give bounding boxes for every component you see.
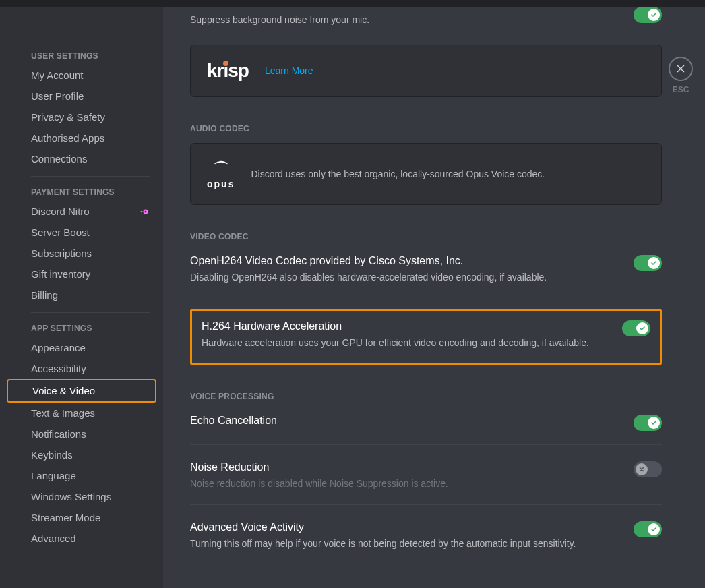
sidebar-item-subscriptions[interactable]: Subscriptions — [7, 243, 156, 264]
noise-reduction-toggle[interactable] — [634, 461, 662, 477]
sidebar-item-user-profile[interactable]: User Profile — [7, 86, 156, 107]
sidebar-item-my-account[interactable]: My Account — [7, 65, 156, 86]
krisp-logo: krisp — [207, 60, 249, 82]
ava-toggle[interactable] — [634, 521, 662, 537]
ava-title: Advanced Voice Activity — [190, 521, 576, 533]
divider — [190, 504, 662, 505]
toggle-knob — [636, 322, 648, 334]
sidebar-item-notifications[interactable]: Notifications — [7, 423, 156, 444]
divider — [190, 444, 662, 445]
sidebar-header-app-settings: APP SETTINGS — [7, 320, 156, 337]
title-bar — [0, 0, 705, 7]
sidebar-item-windows-settings[interactable]: Windows Settings — [7, 486, 156, 507]
noise-reduction-title: Noise Reduction — [190, 461, 448, 473]
divider — [190, 564, 662, 564]
sidebar-item-streamer-mode[interactable]: Streamer Mode — [7, 507, 156, 528]
close-icon — [675, 63, 686, 74]
divider — [31, 176, 150, 177]
settings-sidebar: USER SETTINGS My Account User Profile Pr… — [0, 7, 163, 588]
noise-suppression-row: Suppress background noise from your mic. — [190, 7, 662, 32]
opus-logo: ⌒ opus — [207, 158, 235, 189]
echo-toggle[interactable] — [634, 415, 662, 431]
toggle-knob — [636, 463, 648, 475]
toggle-knob — [648, 257, 660, 269]
openh264-desc: Disabling OpenH264 also disables hardwar… — [190, 271, 547, 285]
sidebar-item-gift-inventory[interactable]: Gift inventory — [7, 264, 156, 285]
ava-desc: Turning this off may help if your voice … — [190, 537, 576, 551]
close-button[interactable] — [669, 57, 693, 81]
sidebar-item-voice-video[interactable]: Voice & Video — [7, 379, 156, 403]
sidebar-item-server-boost[interactable]: Server Boost — [7, 222, 156, 243]
noise-reduction-setting: Noise Reduction Noise reduction is disab… — [190, 457, 662, 503]
audio-codec-header: AUDIO CODEC — [190, 124, 662, 134]
sidebar-item-language[interactable]: Language — [7, 465, 156, 486]
sidebar-item-privacy-safety[interactable]: Privacy & Safety — [7, 107, 156, 127]
openh264-toggle[interactable] — [634, 255, 662, 271]
krisp-learn-more-link[interactable]: Learn More — [265, 65, 313, 76]
sidebar-header-payment-settings: PAYMENT SETTINGS — [7, 183, 156, 201]
toggle-knob — [648, 523, 660, 535]
openh264-title: OpenH264 Video Codec provided by Cisco S… — [190, 255, 547, 267]
video-codec-header: VIDEO CODEC — [190, 232, 662, 241]
settings-content: Suppress background noise from your mic.… — [163, 7, 705, 588]
sidebar-item-keybinds[interactable]: Keybinds — [7, 444, 156, 465]
krisp-card: krisp Learn More — [190, 45, 662, 97]
sidebar-item-billing[interactable]: Billing — [7, 285, 156, 305]
sidebar-item-accessibility[interactable]: Accessibility — [7, 358, 156, 379]
toggle-knob — [648, 9, 660, 21]
esc-label: ESC — [673, 85, 689, 94]
nitro-icon — [139, 206, 150, 217]
noise-reduction-desc: Noise reduction is disabled while Noise … — [190, 477, 448, 491]
sidebar-item-connections[interactable]: Connections — [7, 148, 156, 169]
sidebar-item-discord-nitro[interactable]: Discord Nitro — [7, 201, 156, 222]
echo-cancellation-setting: Echo Cancellation — [190, 411, 662, 443]
hwaccel-title: H.264 Hardware Acceleration — [202, 320, 589, 332]
svg-rect-2 — [141, 211, 143, 212]
hwaccel-desc: Hardware acceleration uses your GPU for … — [202, 336, 589, 350]
hwaccel-toggle[interactable] — [622, 320, 650, 336]
openh264-setting: OpenH264 Video Codec provided by Cisco S… — [190, 251, 662, 297]
sidebar-item-advanced[interactable]: Advanced — [7, 528, 156, 549]
toggle-knob — [648, 417, 660, 429]
sidebar-item-text-images[interactable]: Text & Images — [7, 403, 156, 423]
voice-processing-header: VOICE PROCESSING — [190, 392, 662, 401]
noise-suppression-desc: Suppress background noise from your mic. — [190, 7, 662, 27]
sidebar-header-user-settings: USER SETTINGS — [7, 47, 156, 65]
opus-description: Discord uses only the best organic, loca… — [251, 169, 545, 179]
echo-title: Echo Cancellation — [190, 415, 277, 427]
advanced-voice-activity-setting: Advanced Voice Activity Turning this off… — [190, 517, 662, 563]
sidebar-item-authorised-apps[interactable]: Authorised Apps — [7, 127, 156, 148]
sidebar-item-label: Discord Nitro — [31, 206, 90, 217]
svg-point-1 — [145, 210, 147, 212]
opus-card: ⌒ opus Discord uses only the best organi… — [190, 143, 662, 205]
sidebar-item-appearance[interactable]: Appearance — [7, 337, 156, 358]
hwaccel-highlight-box: H.264 Hardware Acceleration Hardware acc… — [190, 309, 662, 365]
close-settings-wrap: ESC — [669, 57, 693, 94]
noise-suppression-toggle[interactable] — [634, 7, 662, 23]
divider — [31, 312, 150, 313]
